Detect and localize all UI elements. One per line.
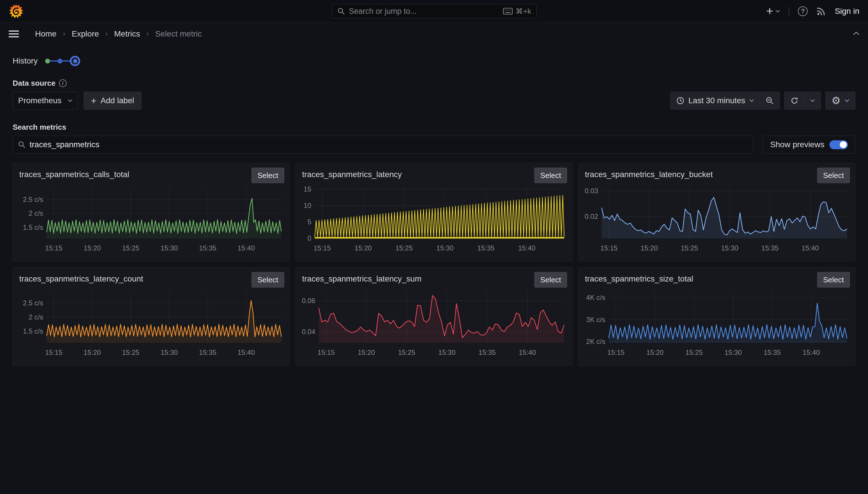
datasource-value: Prometheus [18,96,61,105]
select-button[interactable]: Select [817,272,850,287]
svg-text:10: 10 [303,202,311,209]
menu-toggle-icon[interactable] [8,31,19,37]
search-icon [18,141,25,148]
metric-preview-chart: 1.5 c/s2 c/s2.5 c/s15:1515:2015:2515:301… [17,289,284,362]
svg-text:15:20: 15:20 [358,348,375,356]
svg-text:15:20: 15:20 [84,348,101,356]
clock-icon [676,97,684,104]
breadcrumb-bar: Home › Explore › Metrics › Select metric [0,22,868,45]
refresh-group [784,92,821,110]
metric-cards-grid: traces_spanmetrics_calls_totalSelect1.5 … [13,163,855,366]
metric-card-header: traces_spanmetrics_latency_sumSelect [296,267,572,287]
metric-card: traces_spanmetrics_latency_sumSelect0.04… [295,267,573,366]
svg-text:15:40: 15:40 [518,244,535,252]
collapse-header-button[interactable] [853,31,860,37]
select-button[interactable]: Select [534,168,567,183]
svg-text:15:30: 15:30 [438,348,456,356]
metric-title: traces_spanmetrics_latency_bucket [585,168,713,179]
time-range-button[interactable]: Last 30 minutes [671,92,760,109]
chevron-up-icon [853,31,860,35]
grafana-logo-icon[interactable] [8,4,24,19]
history-step-icon[interactable] [58,59,62,63]
svg-text:15:30: 15:30 [436,244,454,252]
sign-in-button[interactable]: Sign in [835,6,860,16]
svg-text:15:30: 15:30 [161,348,178,356]
news-button[interactable] [816,6,826,16]
select-button[interactable]: Select [252,168,284,183]
datasource-picker[interactable]: Prometheus [13,92,78,110]
datasource-label-row: Data source i [13,79,855,88]
help-icon: ? [798,6,808,16]
svg-text:15:25: 15:25 [395,244,413,252]
metric-preview-chart: 0.020.0315:1515:2015:2515:3015:3515:40 [583,185,850,258]
show-previews-control: Show previews [763,136,855,154]
global-search-input[interactable]: Search or jump to... ⌘+k [332,4,537,18]
svg-text:15:35: 15:35 [478,348,496,356]
refresh-interval-button[interactable] [804,92,821,109]
metric-card-header: traces_spanmetrics_size_totalSelect [578,267,855,287]
svg-text:15:25: 15:25 [122,348,139,356]
svg-text:0.06: 0.06 [302,297,315,304]
settings-button[interactable]: ⚙ [826,92,855,109]
show-previews-toggle[interactable] [829,140,848,149]
history-current-step-icon[interactable] [70,56,80,66]
new-menu-button[interactable]: + [766,5,780,17]
svg-text:2 c/s: 2 c/s [29,209,43,217]
svg-text:0.04: 0.04 [302,328,315,336]
svg-text:15:40: 15:40 [237,348,255,356]
svg-text:0.02: 0.02 [585,212,598,220]
svg-text:15:30: 15:30 [725,348,742,356]
svg-text:15:30: 15:30 [721,244,738,252]
select-button[interactable]: Select [534,272,567,287]
metric-card: traces_spanmetrics_latency_bucketSelect0… [578,163,855,261]
history-label: History [13,56,38,65]
svg-text:15:15: 15:15 [318,348,335,356]
select-button[interactable]: Select [817,168,850,183]
history-timeline[interactable] [45,56,80,66]
zoom-out-button[interactable] [760,92,780,109]
plus-icon: + [766,5,773,17]
metric-preview-chart: 0.040.0615:1515:2015:2515:3015:3515:40 [300,289,567,362]
svg-text:15:30: 15:30 [161,244,178,252]
top-nav: Search or jump to... ⌘+k + ? [0,0,868,22]
svg-text:3K c/s: 3K c/s [586,316,605,323]
metric-search-input[interactable]: traces_spanmetrics [13,136,753,154]
svg-text:0: 0 [308,234,311,242]
info-icon[interactable]: i [59,79,67,87]
metric-card: traces_spanmetrics_latency_countSelect1.… [13,267,290,366]
help-button[interactable]: ? [798,6,808,16]
svg-text:1.5 c/s: 1.5 c/s [23,327,43,335]
metric-card-header: traces_spanmetrics_latency_bucketSelect [578,163,855,183]
divider [789,7,789,16]
svg-text:15:40: 15:40 [519,348,536,356]
svg-text:15:20: 15:20 [84,244,101,252]
svg-text:15:20: 15:20 [354,244,372,252]
breadcrumb-home[interactable]: Home [35,29,57,39]
search-placeholder: Search or jump to... [349,7,503,16]
metric-preview-chart: 2K c/s3K c/s4K c/s15:1515:2015:2515:3015… [583,289,850,362]
svg-text:15:20: 15:20 [640,244,658,252]
metric-search-value: traces_spanmetrics [29,140,99,149]
select-button[interactable]: Select [252,272,284,287]
time-picker-group: Last 30 minutes [670,92,780,110]
chevron-down-icon [810,99,815,102]
chevron-down-icon [749,99,754,102]
svg-text:1.5 c/s: 1.5 c/s [23,224,43,231]
svg-text:15:35: 15:35 [764,348,781,356]
search-metrics-label: Search metrics [13,123,855,132]
metric-title: traces_spanmetrics_size_total [585,272,693,284]
refresh-button[interactable] [785,92,804,109]
svg-text:15:25: 15:25 [122,244,139,252]
svg-text:15:35: 15:35 [477,244,494,252]
svg-text:15:15: 15:15 [314,244,331,252]
chevron-down-icon [775,10,780,13]
svg-text:15:40: 15:40 [802,244,819,252]
svg-text:0.03: 0.03 [585,187,598,195]
zoom-out-icon [766,97,774,104]
history-step-icon[interactable] [45,59,50,63]
metric-card: traces_spanmetrics_size_totalSelect2K c/… [578,267,855,366]
metric-card: traces_spanmetrics_latencySelect05101515… [295,163,573,261]
breadcrumb-metrics[interactable]: Metrics [114,29,140,39]
add-label-button[interactable]: + Add label [84,92,141,110]
breadcrumb-explore[interactable]: Explore [72,29,99,39]
